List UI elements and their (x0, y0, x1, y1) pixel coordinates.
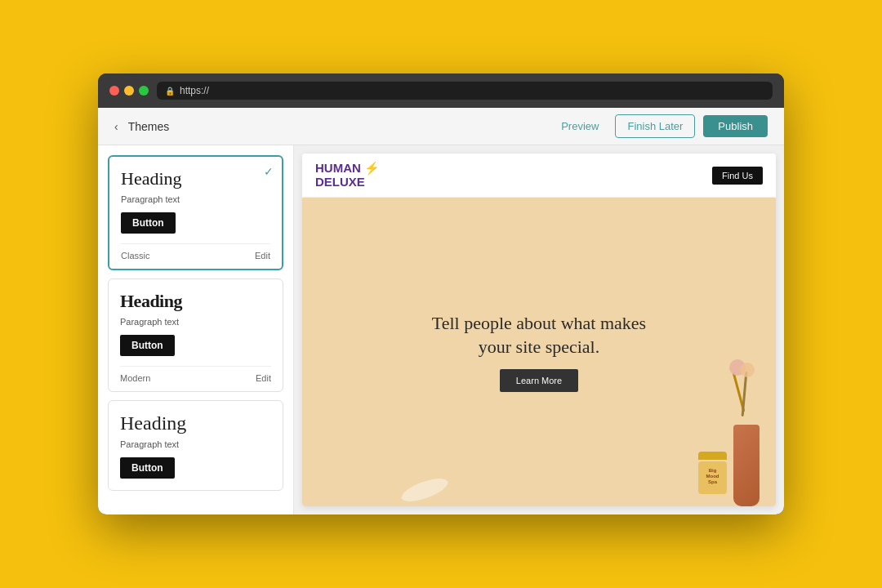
theme-card-classic[interactable]: ✓ Heading Paragraph text Button Classic … (108, 155, 283, 270)
theme-card-heading: Heading (121, 168, 270, 189)
theme-edit-button[interactable]: Edit (256, 373, 271, 383)
site-preview: HUMAN ⚡ DELUXE Find Us Tell people about… (302, 154, 776, 506)
theme-card-minimal[interactable]: Heading Paragraph text Button (108, 400, 283, 491)
preview-button[interactable]: Preview (553, 115, 607, 137)
site-hero: Tell people about what makes your site s… (302, 198, 776, 506)
find-us-button[interactable]: Find Us (712, 167, 763, 185)
maximize-button[interactable] (139, 86, 149, 96)
theme-card-footer: Modern Edit (120, 366, 271, 383)
site-logo: HUMAN ⚡ DELUXE (315, 162, 380, 189)
theme-card-paragraph: Paragraph text (120, 317, 271, 327)
main-area: ✓ Heading Paragraph text Button Classic … (98, 145, 784, 514)
theme-edit-button[interactable]: Edit (255, 251, 270, 261)
site-logo-subtext: DELUXE (315, 176, 380, 189)
traffic-lights (109, 86, 149, 96)
theme-card-button[interactable]: Button (121, 212, 176, 234)
theme-card-heading: Heading (120, 291, 271, 312)
check-icon: ✓ (264, 165, 274, 178)
theme-card-paragraph: Paragraph text (121, 194, 270, 204)
theme-card-heading: Heading (120, 412, 271, 434)
address-text: https:// (180, 85, 209, 96)
theme-name-label: Classic (121, 251, 149, 261)
theme-card-button[interactable]: Button (120, 335, 175, 356)
header-left: ‹ Themes (114, 120, 169, 133)
themes-sidebar: ✓ Heading Paragraph text Button Classic … (98, 145, 294, 514)
browser-chrome: 🔒 https:// (98, 74, 784, 108)
site-logo-text: HUMAN ⚡ (315, 162, 380, 176)
app-header: ‹ Themes Preview Finish Later Publish (98, 108, 784, 145)
header-right: Preview Finish Later Publish (553, 114, 768, 138)
finish-later-button[interactable]: Finish Later (615, 114, 695, 138)
hero-content: Tell people about what makes your site s… (425, 312, 653, 391)
lock-icon: 🔒 (165, 87, 175, 96)
theme-card-button[interactable]: Button (120, 457, 175, 479)
theme-card-modern[interactable]: Heading Paragraph text Button Modern Edi… (108, 278, 283, 392)
theme-name-label: Modern (120, 373, 150, 383)
browser-window: 🔒 https:// ‹ Themes Preview Finish Later… (98, 74, 784, 514)
minimize-button[interactable] (124, 86, 134, 96)
browser-content: ‹ Themes Preview Finish Later Publish ✓ … (98, 108, 784, 514)
hero-cta-button[interactable]: Learn More (500, 369, 578, 392)
site-header: HUMAN ⚡ DELUXE Find Us (302, 154, 776, 198)
theme-card-footer: Classic Edit (121, 243, 270, 261)
close-button[interactable] (109, 86, 119, 96)
address-bar[interactable]: 🔒 https:// (157, 82, 773, 100)
publish-button[interactable]: Publish (703, 115, 768, 137)
back-button[interactable]: ‹ (114, 120, 118, 133)
themes-title: Themes (128, 120, 170, 133)
spill-decor (399, 474, 450, 506)
theme-card-paragraph: Paragraph text (120, 439, 271, 449)
hero-title: Tell people about what makes your site s… (425, 312, 653, 359)
product-jar-decor: BigMoodSpa (698, 452, 727, 494)
preview-area: HUMAN ⚡ DELUXE Find Us Tell people about… (294, 145, 784, 514)
hero-decoration (733, 198, 760, 506)
